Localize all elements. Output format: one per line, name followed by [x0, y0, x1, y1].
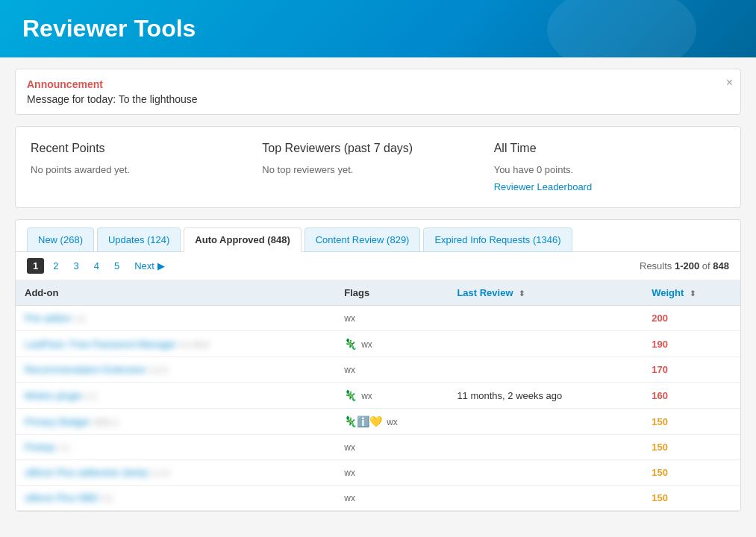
flag-text: wx — [344, 442, 355, 453]
top-reviewers-title: Top Reviewers (past 7 days) — [262, 142, 478, 155]
flags-cell: wx — [335, 435, 448, 460]
all-time-column: All Time You have 0 points. Reviewer Lea… — [494, 142, 725, 192]
tab-content-review[interactable]: Content Review (829) — [304, 227, 421, 252]
addon-cell: Privacy Badger2021.1 — [16, 409, 335, 435]
addon-link[interactable]: uBlock Plus NBD — [25, 492, 99, 503]
addon-link[interactable]: Recommendation Extension — [25, 364, 146, 375]
table-row: Firetop1.1wx150 — [16, 435, 740, 460]
addon-cell: uBlock Plus NBD2.1 — [16, 486, 335, 511]
table-row: uBlock Plus NBD2.1wx150 — [16, 486, 740, 511]
addon-link[interactable]: LastPass: Free Password Manager — [25, 339, 176, 350]
flags-cell: wx — [335, 486, 448, 511]
last-review-cell — [448, 486, 643, 511]
addon-link[interactable]: Firetop — [25, 442, 54, 453]
last-review-cell — [448, 331, 643, 357]
stats-box: Recent Points No points awarded yet. Top… — [15, 126, 741, 208]
page-button-2[interactable]: 2 — [47, 258, 64, 274]
flag-text: wx — [387, 417, 398, 427]
pagination-left: 12345Next ▶ — [27, 258, 171, 274]
last-review-cell — [448, 357, 643, 383]
addon-sub: 1.2.3 — [149, 365, 167, 374]
page-header: Reviewer Tools — [0, 0, 756, 57]
tabs-section: New (268)Updates (124)Auto Approved (848… — [15, 219, 741, 512]
table-row: uBlock Plus adblocker (beta)1.1.3wx150 — [16, 460, 740, 486]
flag-text: wx — [344, 313, 355, 324]
tab-new[interactable]: New (268) — [27, 227, 94, 252]
weight-cell: 170 — [643, 357, 740, 383]
flag-text: wx — [344, 468, 355, 478]
table-row: Fire addon1.1wx200 — [16, 306, 740, 331]
all-time-title: All Time — [494, 142, 710, 155]
addon-cell: Motion plugin1.1 — [16, 383, 335, 409]
addon-sub: 1.1 — [85, 392, 96, 401]
flag-text: wx — [361, 339, 372, 350]
page-button-1[interactable]: 1 — [27, 258, 44, 274]
addon-sub: 2021.1 — [93, 418, 119, 427]
page-button-4[interactable]: 4 — [88, 258, 105, 274]
addon-cell: uBlock Plus adblocker (beta)1.1.3 — [16, 460, 335, 486]
weight-cell: 150 — [643, 435, 740, 460]
last-review-cell — [448, 460, 643, 486]
top-reviewers-column: Top Reviewers (past 7 days) No top revie… — [262, 142, 493, 192]
flags-cell: wx — [335, 357, 448, 383]
last-review-cell — [448, 435, 643, 460]
flag-text: wx — [344, 493, 355, 503]
flag-icons: 🦎 — [344, 338, 360, 350]
tabs-bar: New (268)Updates (124)Auto Approved (848… — [16, 220, 740, 252]
announcement-close-button[interactable]: × — [726, 77, 733, 89]
announcement-title: Announcement — [27, 78, 714, 90]
table-row: Motion plugin1.1🦎 wx11 months, 2 weeks a… — [16, 383, 740, 409]
flag-text: wx — [361, 391, 372, 401]
tab-expired[interactable]: Expired Info Requests (1346) — [423, 227, 572, 252]
flags-cell: wx — [335, 460, 448, 486]
weight-cell: 150 — [643, 460, 740, 486]
weight-cell: 150 — [643, 409, 740, 435]
weight-cell: 190 — [643, 331, 740, 357]
weight-cell: 160 — [643, 383, 740, 409]
addon-table: Add-onFlagsLast Review ⇕Weight ⇕ Fire ad… — [16, 280, 740, 511]
flags-cell: 🦎ℹ️💛 wx — [335, 409, 448, 435]
last-review-cell — [448, 409, 643, 435]
addon-sub: 1.1.3 — [151, 468, 169, 477]
flags-cell: wx — [335, 306, 448, 331]
main-content: Announcement Message for today: To the l… — [0, 57, 756, 523]
addon-link[interactable]: Motion plugin — [25, 390, 82, 401]
flags-cell: 🦎 wx — [335, 331, 448, 357]
addon-link[interactable]: Fire addon — [25, 313, 71, 324]
recent-points-column: Recent Points No points awarded yet. — [31, 142, 262, 192]
tab-auto-approved[interactable]: Auto Approved (848) — [184, 227, 301, 252]
page-button-5[interactable]: 5 — [108, 258, 125, 274]
col-header-addon: Add-on — [16, 280, 335, 306]
page-title: Reviewer Tools — [22, 15, 734, 43]
weight-cell: 200 — [643, 306, 740, 331]
table-row: Recommendation Extension1.2.3wx170 — [16, 357, 740, 383]
sort-arrows-weight: ⇕ — [690, 289, 696, 298]
addon-cell: Fire addon1.1 — [16, 306, 335, 331]
page-button-3[interactable]: 3 — [67, 258, 84, 274]
top-reviewers-value: No top reviewers yet. — [262, 164, 478, 175]
tab-updates[interactable]: Updates (124) — [97, 227, 181, 252]
col-header-last-review[interactable]: Last Review ⇕ — [448, 280, 643, 306]
addon-cell: Recommendation Extension1.2.3 — [16, 357, 335, 383]
col-header-flags: Flags — [335, 280, 448, 306]
col-header-weight[interactable]: Weight ⇕ — [643, 280, 740, 306]
addon-sub: 1.1 — [74, 314, 85, 323]
addon-link[interactable]: uBlock Plus adblocker (beta) — [25, 467, 148, 478]
leaderboard-link[interactable]: Reviewer Leaderboard — [494, 181, 593, 192]
recent-points-title: Recent Points — [31, 142, 247, 155]
flag-icons: 🦎 — [344, 389, 360, 401]
addon-cell: LastPass: Free Password Manager4.1.44.6 — [16, 331, 335, 357]
sort-arrows-last-review: ⇕ — [519, 289, 525, 298]
last-review-cell — [448, 306, 643, 331]
flag-icons: 🦎ℹ️💛 — [344, 415, 385, 427]
addon-link[interactable]: Privacy Badger — [25, 416, 90, 427]
pagination-row: 12345Next ▶ Results 1-200 of 848 — [16, 252, 740, 280]
announcement-message: Message for today: To the lighthouse — [27, 93, 714, 105]
pagination-next-button[interactable]: Next ▶ — [128, 258, 170, 274]
table-row: LastPass: Free Password Manager4.1.44.6🦎… — [16, 331, 740, 357]
addon-sub: 2.1 — [101, 494, 113, 503]
flag-text: wx — [344, 365, 355, 375]
all-time-value: You have 0 points. — [494, 164, 710, 175]
addon-sub: 1.1 — [57, 443, 69, 452]
last-review-cell: 11 months, 2 weeks ago — [448, 383, 643, 409]
